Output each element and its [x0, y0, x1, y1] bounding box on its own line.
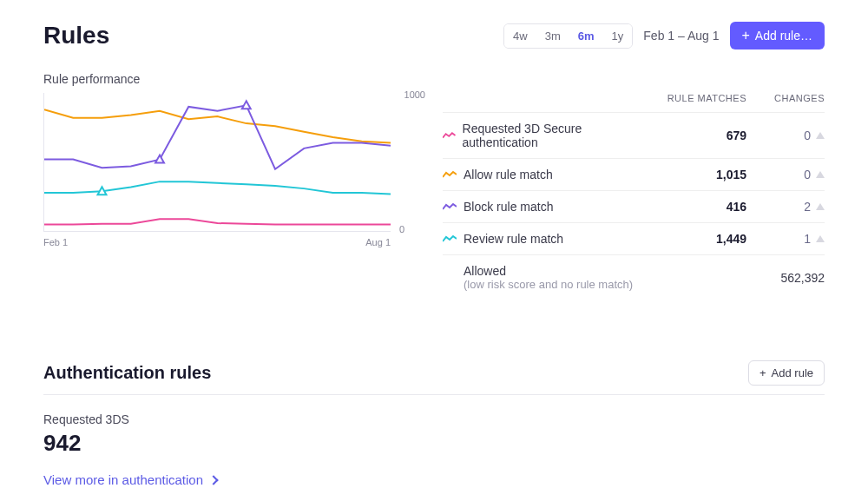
add-auth-rule-button[interactable]: + Add rule [748, 360, 825, 386]
col-header-matches: RULE MATCHES [642, 93, 746, 103]
plus-icon: + [742, 29, 750, 43]
add-auth-rule-label: Add rule [772, 366, 813, 379]
row-changes: 0 [746, 168, 825, 181]
svg-marker-2 [242, 101, 251, 109]
stat-row[interactable]: Block rule match4162 [443, 190, 825, 222]
page-title: Rules [43, 22, 109, 49]
chevron-right-icon [208, 475, 218, 485]
svg-marker-1 [155, 155, 164, 163]
row-matches: 679 [642, 129, 746, 142]
row-matches: 416 [642, 200, 746, 214]
col-header-changes: CHANGES [746, 93, 825, 103]
triangle-up-icon [816, 171, 825, 178]
series-icon [443, 170, 457, 179]
series-icon [443, 131, 456, 140]
row-matches: 1,449 [642, 232, 746, 246]
add-rule-button[interactable]: + Add rule… [730, 22, 825, 49]
row-changes: 1 [746, 232, 825, 246]
view-more-label: View more in authentication [43, 472, 203, 487]
row-changes: 0 [746, 129, 825, 142]
add-rule-label: Add rule… [755, 29, 812, 43]
allowed-value: 562,392 [642, 271, 825, 285]
x-axis-end: Aug 1 [365, 237, 391, 247]
row-label: Review rule match [464, 232, 563, 246]
allowed-subtitle: (low risk score and no rule match) [464, 278, 642, 291]
stat-row[interactable]: Review rule match1,4491 [443, 222, 825, 254]
plus-icon: + [760, 366, 766, 379]
requested-3ds-value: 942 [43, 430, 825, 457]
row-label: Block rule match [464, 200, 553, 214]
range-4w[interactable]: 4w [504, 24, 536, 48]
row-label: Requested 3D Secure authentication [463, 122, 642, 149]
x-axis-start: Feb 1 [43, 237, 68, 247]
series-icon [443, 202, 457, 211]
triangle-up-icon [816, 235, 825, 242]
row-changes: 2 [746, 200, 825, 214]
series-icon [443, 234, 457, 243]
allowed-title: Allowed [464, 264, 642, 278]
range-picker[interactable]: 4w 3m 6m 1y [503, 23, 633, 49]
range-6m[interactable]: 6m [569, 24, 603, 48]
stat-row[interactable]: Requested 3D Secure authentication6790 [443, 112, 825, 158]
row-label: Allow rule match [464, 168, 553, 181]
range-3m[interactable]: 3m [536, 24, 569, 48]
stat-row[interactable]: Allow rule match1,0150 [443, 158, 825, 190]
view-more-auth-link[interactable]: View more in authentication [43, 472, 825, 487]
requested-3ds-label: Requested 3DS [43, 412, 825, 426]
svg-marker-0 [98, 187, 107, 195]
triangle-up-icon [816, 132, 825, 139]
auth-rules-title: Authentication rules [43, 363, 211, 383]
date-range[interactable]: Feb 1 – Aug 1 [643, 29, 719, 43]
performance-chart: 1000 0 [43, 93, 391, 232]
performance-title: Rule performance [43, 72, 825, 86]
triangle-up-icon [816, 203, 825, 210]
row-matches: 1,015 [642, 168, 746, 181]
y-axis-max: 1000 [404, 89, 425, 100]
range-1y[interactable]: 1y [603, 24, 633, 48]
y-axis-min: 0 [399, 224, 404, 234]
